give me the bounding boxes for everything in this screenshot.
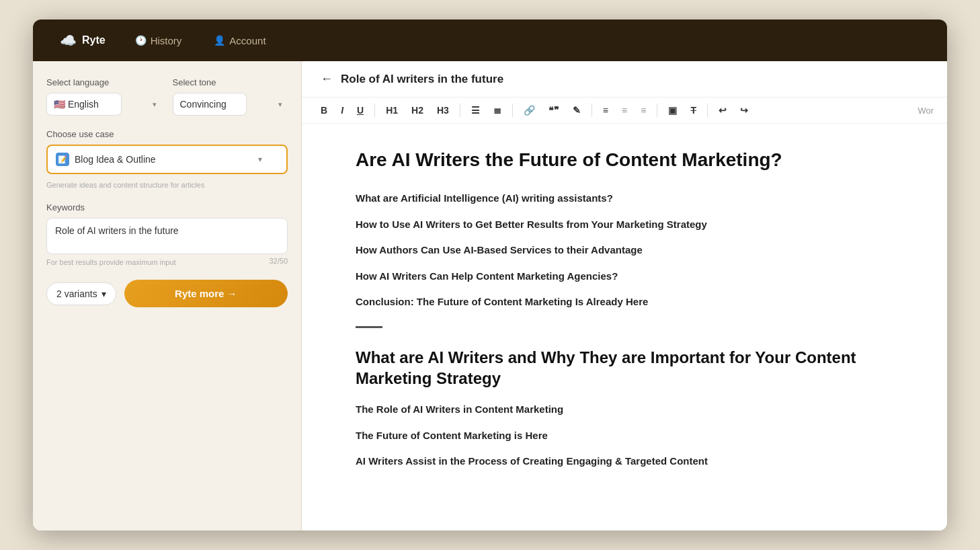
use-case-select-wrapper[interactable]: 📝 Blog Idea & Outline ▾ (46, 145, 288, 174)
outline-item-8: AI Writers Assist in the Process of Crea… (356, 454, 893, 469)
nav-account-label: Account (229, 35, 266, 46)
sidebar: Select language 🇺🇸 English 🇫🇷 French 🇩🇪 … (33, 61, 302, 531)
h1-button[interactable]: H1 (380, 103, 403, 118)
section-2-heading: What are AI Writers and Why They are Imp… (356, 347, 893, 389)
use-case-chevron: ▾ (258, 155, 262, 164)
outline-item-7: The Future of Content Marketing is Here (356, 428, 893, 444)
outline-item-5: Conclusion: The Future of Content Market… (356, 294, 893, 310)
language-label: Select language (46, 77, 162, 87)
keywords-input[interactable]: Role of AI writers in the future (46, 218, 288, 254)
variants-chevron: ▾ (101, 288, 106, 299)
undo-button[interactable]: ↩ (713, 103, 732, 118)
logo-icon: ☁️ (60, 32, 77, 48)
toolbar-separator-2 (460, 104, 460, 117)
align-left-button[interactable]: ≡ (598, 103, 614, 118)
top-navigation: ☁️ Ryte 🕐 History 👤 Account (33, 19, 947, 61)
toolbar-separator-5 (657, 104, 657, 117)
outline-item-2: How to Use AI Writers to Get Better Resu… (356, 217, 893, 233)
actions-row: 2 variants ▾ Ryte more → (46, 280, 288, 307)
link-button[interactable]: 🔗 (518, 103, 540, 118)
outline-item-4: How AI Writers Can Help Content Marketin… (356, 269, 893, 284)
tone-field: Select tone Convincing Formal Casual ▾ (173, 77, 288, 116)
outline-item-3: How Authors Can Use AI-Based Services to… (356, 243, 893, 258)
align-right-button[interactable]: ≡ (635, 103, 651, 118)
list-ol-button[interactable]: ≣ (488, 103, 507, 118)
clear-format-button[interactable]: T (685, 103, 702, 118)
toolbar-separator-4 (591, 104, 592, 117)
use-case-icon: 📝 (56, 153, 69, 166)
use-case-hint: Generate ideas and content structure for… (46, 181, 288, 189)
section-1-heading: Are AI Writers the Future of Content Mar… (356, 148, 893, 172)
keywords-field: Keywords Role of AI writers in the futur… (46, 202, 288, 266)
use-case-select[interactable]: 📝 Blog Idea & Outline ▾ (46, 145, 288, 174)
logo[interactable]: ☁️ Ryte (49, 27, 116, 54)
keywords-count: 32/50 (269, 257, 288, 266)
app-window: ☁️ Ryte 🕐 History 👤 Account Select langu… (33, 19, 947, 531)
redo-button[interactable]: ↪ (735, 103, 753, 118)
tone-select-wrapper[interactable]: Convincing Formal Casual ▾ (173, 93, 288, 116)
language-select[interactable]: 🇺🇸 English 🇫🇷 French 🇩🇪 German (46, 93, 122, 116)
pen-button[interactable]: ✎ (567, 103, 586, 118)
bold-button[interactable]: B (315, 103, 333, 118)
word-count: Wor (917, 106, 934, 116)
account-icon: 👤 (214, 35, 225, 46)
history-icon: 🕐 (135, 35, 147, 46)
italic-button[interactable]: I (335, 103, 349, 118)
editor-toolbar: B I U H1 H2 H3 ☰ ≣ 🔗 ❝❞ ✎ ≡ ≡ ≡ ▣ (302, 97, 947, 124)
language-field: Select language 🇺🇸 English 🇫🇷 French 🇩🇪 … (46, 77, 162, 116)
nav-history-label: History (151, 35, 182, 46)
editor-content[interactable]: Are AI Writers the Future of Content Mar… (302, 124, 947, 531)
outline-item-6: The Role of AI Writers in Content Market… (356, 402, 893, 418)
keywords-label: Keywords (46, 202, 288, 212)
toolbar-separator-3 (512, 104, 513, 117)
main-layout: Select language 🇺🇸 English 🇫🇷 French 🇩🇪 … (33, 61, 947, 531)
h2-button[interactable]: H2 (406, 103, 429, 118)
language-tone-row: Select language 🇺🇸 English 🇫🇷 French 🇩🇪 … (46, 77, 288, 116)
keywords-hint: For best results provide maximum input (46, 258, 176, 266)
align-center-button[interactable]: ≡ (616, 103, 632, 118)
tone-label: Select tone (173, 77, 288, 87)
nav-item-history[interactable]: 🕐 History (122, 30, 196, 52)
tone-select-arrow: ▾ (278, 100, 282, 109)
use-case-field: Choose use case 📝 Blog Idea & Outline ▾ … (46, 129, 288, 189)
image-button[interactable]: ▣ (663, 103, 682, 118)
variants-button[interactable]: 2 variants ▾ (46, 282, 116, 305)
underline-button[interactable]: U (352, 103, 369, 118)
language-select-wrapper[interactable]: 🇺🇸 English 🇫🇷 French 🇩🇪 German ▾ (46, 93, 162, 116)
language-select-arrow: ▾ (153, 100, 157, 109)
logo-text: Ryte (82, 34, 106, 46)
list-ul-button[interactable]: ☰ (466, 103, 485, 118)
ryte-more-button[interactable]: Ryte more → (124, 280, 288, 307)
section-divider (356, 326, 382, 328)
content-area: ← Role of AI writers in the future B I U… (302, 61, 947, 531)
outline-item-1: What are Artificial Intelligence (AI) wr… (356, 191, 893, 206)
variants-label: 2 variants (56, 288, 97, 299)
quote-button[interactable]: ❝❞ (543, 103, 565, 118)
nav-item-account[interactable]: 👤 Account (200, 30, 279, 52)
tone-select[interactable]: Convincing Formal Casual (173, 93, 247, 116)
document-title: Role of AI writers in the future (341, 73, 503, 86)
back-button[interactable]: ← (321, 72, 333, 86)
h3-button[interactable]: H3 (432, 103, 454, 118)
content-header: ← Role of AI writers in the future (302, 61, 947, 97)
toolbar-separator-1 (374, 104, 375, 117)
ryte-btn-label: Ryte more → (175, 288, 237, 299)
toolbar-separator-6 (707, 104, 708, 117)
use-case-label: Choose use case (46, 129, 288, 139)
use-case-value: Blog Idea & Outline (75, 154, 156, 165)
